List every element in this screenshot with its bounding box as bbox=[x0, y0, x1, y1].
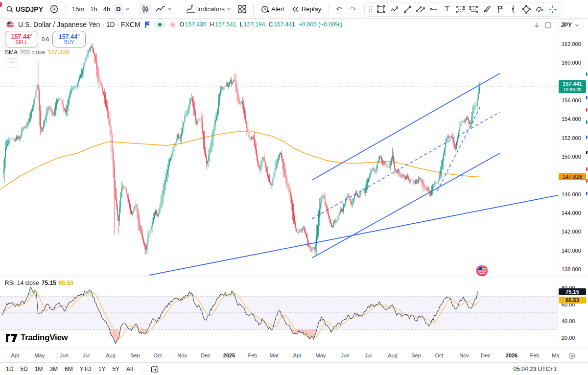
scale-mark bbox=[586, 108, 588, 112]
maximize-icon[interactable] bbox=[544, 22, 552, 29]
price-tick: 146.000 bbox=[562, 191, 581, 197]
chevron-down-icon bbox=[125, 7, 130, 11]
buy-price-sup: 8 bbox=[77, 33, 79, 37]
sell-price: 157.44 bbox=[11, 33, 30, 40]
download-arrow-icon[interactable] bbox=[533, 22, 541, 29]
currency-dropdown[interactable]: JPY bbox=[556, 20, 584, 30]
buy-button[interactable]: 157.448 BUY bbox=[52, 31, 86, 47]
vertical-line-tool-icon[interactable] bbox=[507, 3, 519, 15]
chart-canvas[interactable] bbox=[0, 0, 558, 349]
range-5Y[interactable]: 5Y bbox=[112, 366, 119, 373]
spread-value: 0.6 bbox=[42, 36, 49, 42]
alert-button[interactable]: Alert bbox=[258, 3, 287, 16]
price-tick: 160.000 bbox=[562, 60, 581, 66]
tradingview-app: USDJPY 15m1h4hD Indicators Aler bbox=[0, 0, 588, 375]
polyline-tool-icon[interactable] bbox=[388, 3, 400, 15]
indicators-icon bbox=[186, 5, 195, 13]
polygon-tool-icon[interactable] bbox=[520, 3, 532, 15]
alert-clock-icon bbox=[260, 5, 269, 14]
tradingview-logo[interactable]: TradingView bbox=[6, 333, 68, 343]
pattern-tool-icon[interactable] bbox=[454, 3, 466, 15]
interval-1h[interactable]: 1h bbox=[88, 3, 99, 15]
redo-button[interactable]: ↷ bbox=[347, 4, 360, 15]
chart-style-button[interactable] bbox=[153, 3, 175, 15]
time-tick-Dec: Dec bbox=[201, 352, 211, 358]
time-tick-Nov: Nov bbox=[177, 352, 187, 358]
price-tick: 144.000 bbox=[562, 210, 581, 216]
range-All[interactable]: All bbox=[126, 366, 133, 373]
goto-date-calendar-icon[interactable] bbox=[151, 365, 159, 373]
crosshair-tool-icon[interactable] bbox=[547, 3, 559, 15]
session-clock[interactable]: 05:04:23 UTC+3 bbox=[514, 366, 557, 373]
drag-handle-icon[interactable] bbox=[368, 3, 374, 15]
ohlc-value: 157.441 bbox=[274, 21, 295, 28]
symbol-search-button[interactable]: USDJPY bbox=[3, 3, 46, 15]
range-6M[interactable]: 6M bbox=[65, 366, 73, 373]
symbol-title[interactable]: U.S. Dollar / Japanese Yen · 1D · FXCM bbox=[18, 21, 141, 28]
range-5D[interactable]: 5D bbox=[20, 366, 27, 373]
time-tick-Jul: Jul bbox=[83, 352, 90, 358]
compare-add-button[interactable] bbox=[47, 3, 61, 15]
ohlc-value: 157.194 bbox=[244, 21, 265, 28]
rectangle-tool-icon[interactable] bbox=[375, 3, 387, 15]
toolbar-separator bbox=[328, 4, 329, 15]
sma-price-badge: 147.828 bbox=[559, 173, 586, 180]
rsi-ma-badge: 65.53 bbox=[559, 297, 586, 304]
time-axis[interactable]: AprMayJunJulAugSepOctNovDec2025FebMarApr… bbox=[0, 349, 588, 363]
price-axis[interactable]: 162.000160.000158.000156.000154.000152.0… bbox=[558, 27, 588, 349]
interval-dropdown[interactable] bbox=[124, 5, 131, 13]
range-1D[interactable]: 1D bbox=[6, 366, 13, 373]
sell-label: SELL bbox=[16, 40, 27, 46]
trade-panel: 157.442 SELL 0.6 157.448 BUY bbox=[5, 31, 86, 47]
replay-rewind-icon bbox=[291, 6, 300, 13]
range-1Y[interactable]: 1Y bbox=[98, 366, 106, 373]
indicators-button[interactable]: Indicators bbox=[183, 3, 234, 15]
undo-button[interactable]: ↶ bbox=[332, 4, 346, 15]
interval-15m[interactable]: 15m bbox=[70, 3, 87, 15]
flag-tool-icon[interactable] bbox=[494, 3, 506, 15]
rsi-legend[interactable]: RSI 14 close 75.15 65.53 bbox=[5, 280, 73, 286]
sell-button[interactable]: 157.442 SELL bbox=[5, 31, 38, 47]
scale-mark bbox=[586, 192, 588, 195]
paper-trading-pill[interactable]: ≈ bbox=[169, 21, 176, 28]
range-3M[interactable]: 3M bbox=[49, 366, 58, 373]
sma-legend[interactable]: SMA 200 close 147.828 bbox=[5, 49, 69, 56]
flag-bookmark-icon[interactable] bbox=[144, 21, 151, 28]
scale-mark bbox=[586, 72, 588, 76]
multi-trendline-tool-icon[interactable] bbox=[481, 3, 493, 15]
collapse-pane-button[interactable]: ^ bbox=[6, 58, 19, 68]
rsi-name: RSI bbox=[5, 280, 15, 286]
chart-type-candles-button[interactable] bbox=[139, 3, 152, 15]
time-tick-Apr: Apr bbox=[293, 352, 301, 358]
market-status-pill[interactable] bbox=[154, 21, 166, 28]
price-tick: 138.000 bbox=[562, 266, 581, 272]
tradingview-mark-icon bbox=[6, 334, 18, 342]
ohlc-value: 157.436 bbox=[185, 21, 206, 28]
interval-D[interactable]: D bbox=[114, 3, 123, 15]
alert-label: Alert bbox=[271, 5, 284, 13]
brush-tool-icon[interactable] bbox=[534, 3, 545, 15]
trend-line-tool-icon[interactable] bbox=[401, 3, 413, 15]
interval-4h[interactable]: 4h bbox=[101, 3, 113, 15]
forecast-pattern-tool-icon[interactable] bbox=[468, 3, 479, 15]
range-YTD[interactable]: YTD bbox=[80, 366, 92, 373]
range-buttons: 1D5D1M3M6MYTD1Y5YAll bbox=[6, 366, 140, 373]
toolbar-separator bbox=[142, 365, 143, 373]
parallel-channel-tool-icon[interactable] bbox=[415, 3, 426, 15]
range-1M[interactable]: 1M bbox=[35, 366, 43, 373]
horizontal-ray-tool-icon[interactable] bbox=[428, 3, 440, 15]
rsi-tick: 20.00 bbox=[562, 335, 575, 341]
text-tool-icon[interactable]: T bbox=[441, 3, 453, 15]
ohlc-key: L bbox=[240, 21, 243, 28]
time-tick-Mar: Mar bbox=[270, 352, 279, 358]
scale-mark bbox=[586, 167, 588, 171]
sell-price-sup: 2 bbox=[30, 33, 32, 37]
symbol-name: USDJPY bbox=[16, 5, 43, 13]
layout-grid-button[interactable] bbox=[235, 3, 249, 15]
replay-button[interactable]: Replay bbox=[288, 3, 324, 15]
pane-divider[interactable] bbox=[0, 277, 588, 277]
line-style-icon bbox=[156, 5, 165, 13]
scale-mark bbox=[586, 120, 588, 124]
ohlc-values: O157.436H157.541L157.194C157.441 bbox=[180, 21, 295, 28]
axis-settings-gear-icon[interactable] bbox=[568, 352, 575, 359]
